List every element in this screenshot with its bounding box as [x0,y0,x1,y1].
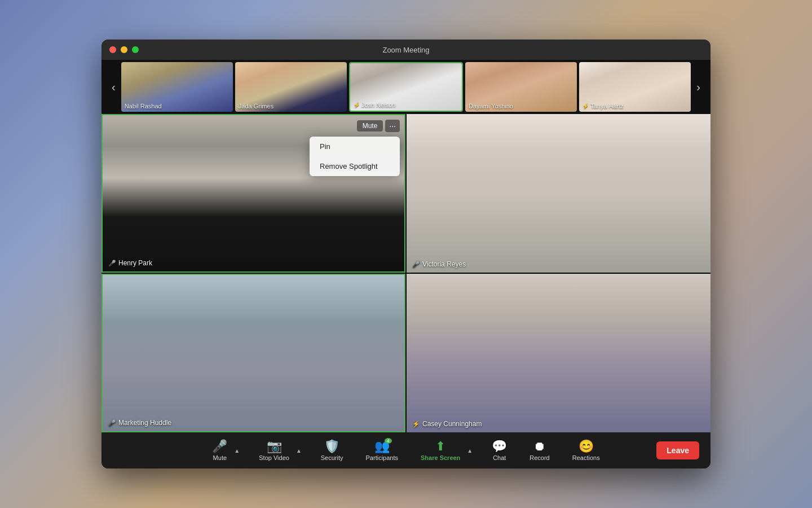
chat-label: Chat [493,454,506,461]
reactions-icon: 😊 [579,440,594,453]
henry-controls: Mute ··· [357,120,400,132]
next-arrow[interactable]: › [691,81,706,94]
video-caret[interactable]: ▲ [295,445,303,456]
thumbnail-dayami[interactable]: Dayami Yoshino [465,62,577,112]
mute-caret[interactable]: ▲ [233,445,241,456]
participants-badge: 4 [385,438,392,444]
stop-video-group: 📷 Stop Video ▲ [250,438,307,463]
thumbnail-josh[interactable]: ⚡ Josh Nelson [349,62,463,112]
thumbnail-tanya[interactable]: ⚡ Tanya Hartz [579,62,691,112]
victoria-name: 🎤 Victoria Reyes [412,260,466,268]
video-icon: 📷 [267,440,282,453]
minimize-dot[interactable] [121,46,127,53]
record-button[interactable]: ⏺ Record [525,438,554,463]
thumbnail-tanya-name: ⚡ Tanya Hartz [582,103,624,110]
security-group: 🛡️ Security [312,438,352,463]
video-cell-casey[interactable]: ⚡ Casey Cunningham [407,274,710,432]
record-label: Record [529,454,549,461]
chat-icon: 💬 [492,440,507,453]
microphone-icon: 🎤 [212,440,227,453]
context-menu: Pin Remove Spotlight [310,137,400,176]
remove-spotlight-menu-item[interactable]: Remove Spotlight [310,156,400,176]
stop-video-label: Stop Video [259,454,289,461]
toolbar: 🎤 Mute ▲ 📷 Stop Video ▲ 🛡️ Security 👥 [102,432,710,468]
mute-group: 🎤 Mute ▲ [203,438,245,463]
record-group: ⏺ Record [520,438,558,463]
marketing-name: 🎤 Marketing Huddle [108,419,171,427]
chat-button[interactable]: 💬 Chat [487,438,511,463]
thumbnails-list: Nabil Rashad Jada Grimes ⚡ Josh Nelson [121,62,691,112]
share-screen-caret[interactable]: ▲ [466,445,474,456]
thumbnail-jada-name: Jada Grimes [239,103,273,110]
casey-name: ⚡ Casey Cunningham [412,420,482,428]
video-cell-marketing[interactable]: 🎤 Marketing Huddle [102,274,405,432]
share-screen-group: ⬆ Share Screen ▲ [412,438,478,463]
henry-name: 🎤 Henry Park [108,259,152,267]
security-button[interactable]: 🛡️ Security [316,438,348,463]
fullscreen-dot[interactable] [132,46,139,53]
participants-icon-wrapper: 👥 4 [374,440,390,453]
reactions-label: Reactions [572,454,600,461]
titlebar: Zoom Meeting [102,40,710,60]
more-options-button[interactable]: ··· [385,120,400,132]
participants-group: 👥 4 Participants [357,438,407,463]
reactions-button[interactable]: 😊 Reactions [568,438,604,463]
share-screen-icon: ⬆ [435,440,445,453]
main-video-grid: Mute ··· Pin Remove Spotlight 🎤 Henry Pa… [102,114,710,432]
video-cell-victoria[interactable]: 🎤 Victoria Reyes [407,114,710,273]
window-title: Zoom Meeting [382,46,429,54]
record-icon: ⏺ [533,440,546,453]
pin-menu-item[interactable]: Pin [310,137,400,156]
thumbnail-nabil-name: Nabil Rashad [125,103,162,110]
shield-icon: 🛡️ [324,440,339,453]
mute-button[interactable]: 🎤 Mute [208,438,232,463]
mute-button[interactable]: Mute [357,120,383,132]
leave-button[interactable]: Leave [656,441,699,459]
participants-label: Participants [366,454,398,461]
thumbnail-jada[interactable]: Jada Grimes [235,62,347,112]
security-label: Security [321,454,343,461]
thumbnail-strip: ‹ Nabil Rashad Jada Grimes ⚡ [102,60,710,114]
chat-group: 💬 Chat [483,438,516,463]
prev-arrow[interactable]: ‹ [106,81,121,94]
stop-video-button[interactable]: 📷 Stop Video [254,438,294,463]
video-cell-henry[interactable]: Mute ··· Pin Remove Spotlight 🎤 Henry Pa… [102,114,405,273]
reactions-group: 😊 Reactions [563,438,609,463]
mute-label: Mute [213,454,227,461]
share-screen-button[interactable]: ⬆ Share Screen [416,438,465,463]
thumbnail-dayami-name: Dayami Yoshino [469,103,513,110]
share-screen-label: Share Screen [421,454,460,461]
participants-button[interactable]: 👥 4 Participants [361,438,403,463]
zoom-window: Zoom Meeting ‹ Nabil Rashad Jada Grimes [102,40,710,468]
window-controls [109,46,139,53]
close-dot[interactable] [109,46,116,53]
thumbnail-nabil[interactable]: Nabil Rashad [121,62,233,112]
thumbnail-josh-name: ⚡ Josh Nelson [354,102,396,108]
